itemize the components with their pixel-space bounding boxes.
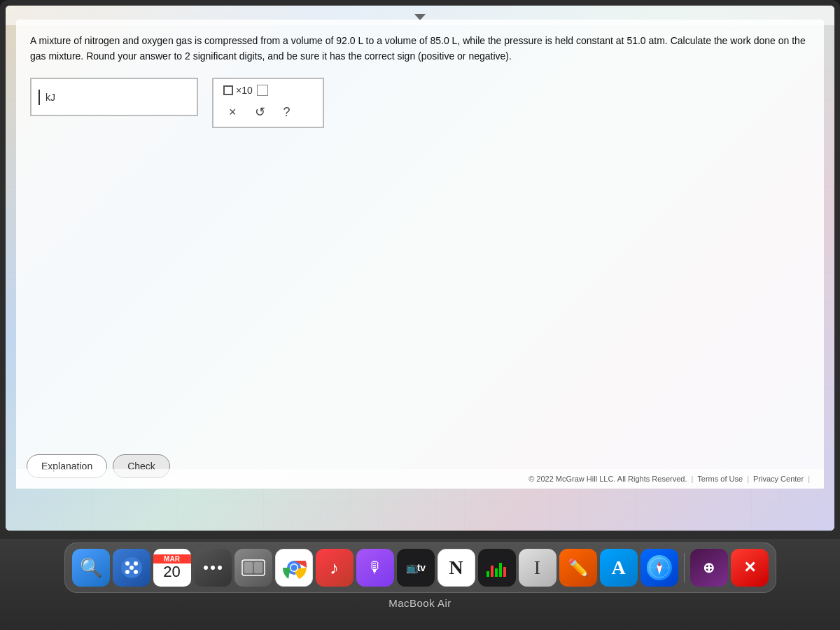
svg-rect-16 <box>486 571 489 577</box>
footer-separator2: | <box>747 475 749 483</box>
svg-rect-17 <box>491 566 493 577</box>
pencil-icon[interactable]: ✏️ Pencil <box>559 549 597 587</box>
laptop-bezel: A mixture of nitrogen and oxygen gas is … <box>0 0 840 574</box>
macbook-label: MacBook Air <box>388 597 451 609</box>
svg-rect-11 <box>254 562 262 573</box>
close-app-icon[interactable]: ✕ Close <box>731 549 769 587</box>
dock-divider <box>684 553 685 582</box>
undo-button[interactable]: ↺ <box>252 104 268 120</box>
calendar-icon[interactable]: MAR 20 Calendar <box>153 549 191 587</box>
stocks-icon[interactable]: Stocks <box>478 549 516 587</box>
mission-control-icon[interactable]: Mission Control <box>234 549 272 587</box>
sci-buttons-row: × ↺ ? <box>223 103 313 121</box>
apple-tv-icon[interactable]: 📺tv TV <box>397 549 435 587</box>
app-switcher-icon[interactable]: App Switcher <box>194 549 232 587</box>
svg-point-6 <box>204 566 208 570</box>
svg-rect-18 <box>495 568 498 577</box>
exponent-box[interactable] <box>257 85 268 96</box>
svg-point-4 <box>134 570 138 574</box>
times-button[interactable]: × <box>226 104 239 120</box>
svg-point-7 <box>211 566 215 570</box>
sci-notation-label: ×10 <box>236 85 253 96</box>
footer-bar: © 2022 McGraw Hill LLC. All Rights Reser… <box>16 469 824 489</box>
footer-separator3: | <box>808 475 810 483</box>
font-book-icon[interactable]: A Font Book <box>600 549 638 587</box>
svg-point-15 <box>290 565 297 571</box>
dock-bar: 🔍 Finder Launchpad MAR 20 Calendar <box>64 542 776 593</box>
calendar-day: 20 <box>163 564 180 580</box>
privacy-link[interactable]: Privacy Center <box>753 475 804 483</box>
podcasts-icon[interactable]: 🎙 Podcasts <box>356 549 394 587</box>
help-button[interactable]: ? <box>281 104 293 120</box>
svg-rect-10 <box>244 562 253 573</box>
safari-icon[interactable]: Safari <box>640 549 678 587</box>
sci-notation-top: ×10 <box>223 85 313 96</box>
content-panel: A mixture of nitrogen and oxygen gas is … <box>16 20 824 489</box>
answer-row: kJ ×10 × ↺ ? <box>30 78 810 128</box>
footer-separator: | <box>691 475 693 483</box>
screen: A mixture of nitrogen and oxygen gas is … <box>6 6 834 531</box>
text-cursor-icon <box>38 90 40 105</box>
svg-point-5 <box>130 566 134 570</box>
text-edit-icon[interactable]: I TextEdit <box>519 549 556 587</box>
svg-point-1 <box>125 561 130 566</box>
chrome-icon[interactable]: Chrome <box>275 549 313 587</box>
question-text: A mixture of nitrogen and oxygen gas is … <box>30 34 810 64</box>
svg-rect-19 <box>499 563 502 577</box>
finder-icon[interactable]: 🔍 Finder <box>72 549 110 587</box>
music-icon[interactable]: ♪ Music <box>316 549 354 587</box>
svg-point-2 <box>134 561 138 566</box>
slack-icon[interactable]: ⊕ Slack <box>690 549 728 587</box>
dock-area: 🔍 Finder Launchpad MAR 20 Calendar <box>0 539 840 630</box>
svg-point-8 <box>218 566 222 570</box>
checkbox-icon[interactable] <box>223 85 233 95</box>
terms-link[interactable]: Terms of Use <box>697 475 743 483</box>
answer-input-box[interactable]: kJ <box>30 78 198 116</box>
launchpad-icon[interactable]: Launchpad <box>113 549 150 587</box>
svg-point-3 <box>125 570 130 574</box>
sci-notation-box: ×10 × ↺ ? <box>212 78 324 128</box>
svg-rect-20 <box>503 567 506 577</box>
unit-label: kJ <box>46 92 55 103</box>
notion-icon[interactable]: N Notion <box>438 549 475 587</box>
copyright-text: © 2022 McGraw Hill LLC. All Rights Reser… <box>528 475 687 483</box>
